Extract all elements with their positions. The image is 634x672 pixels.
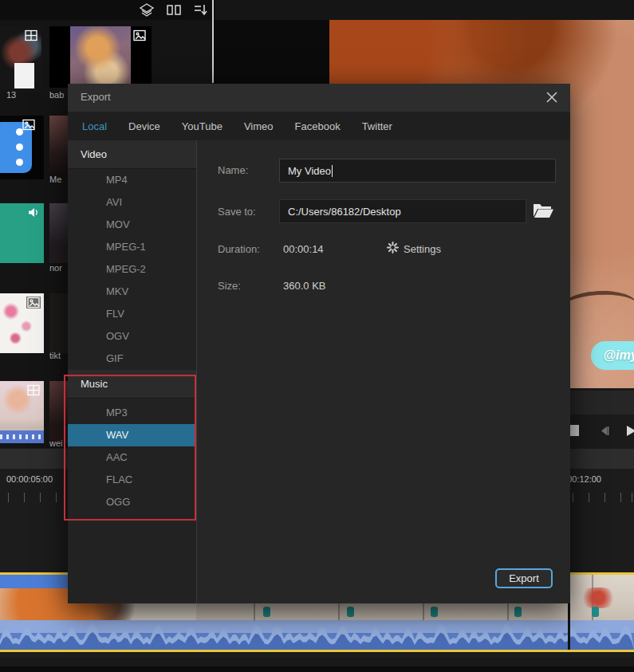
format-mov[interactable]: MOV (68, 214, 196, 236)
media-label: 13 (6, 90, 16, 100)
export-settings-panel: Name: My Video Save to: C:/Users/86182/D… (197, 140, 570, 603)
dialog-tab-bar: Local Device YouTube Vimeo Facebook Twit… (68, 112, 570, 140)
dialog-title: Export (81, 91, 111, 103)
media-thumbnail-flowers[interactable] (0, 293, 44, 353)
speaker-icon (26, 206, 41, 218)
media-label: wei (49, 438, 63, 448)
media-thumbnail-partial[interactable] (49, 293, 68, 353)
export-dialog: Export Local Device YouTube Vimeo Facebo… (68, 84, 570, 603)
media-thumbnail-partial[interactable] (49, 116, 68, 177)
top-toolbar (0, 0, 634, 20)
tab-facebook[interactable]: Facebook (295, 120, 341, 132)
split-view-icon[interactable] (166, 2, 182, 18)
format-aac[interactable]: AAC (68, 446, 196, 469)
format-ogv[interactable]: OGV (68, 325, 196, 348)
format-gif[interactable]: GIF (68, 348, 196, 370)
media-thumbnail-video-13[interactable] (0, 26, 41, 92)
media-thumbnail-pool[interactable] (0, 381, 44, 443)
format-avi[interactable]: AVI (68, 191, 196, 214)
format-mkv[interactable]: MKV (68, 281, 196, 303)
thumbnail-detail (14, 63, 34, 88)
media-thumbnail-baby[interactable] (49, 26, 152, 88)
gear-icon[interactable] (387, 242, 399, 253)
thumbnail-image (70, 26, 131, 88)
image-badge-icon (22, 119, 36, 131)
name-input[interactable]: My Video (279, 159, 556, 183)
play-icon[interactable] (625, 425, 634, 437)
music-section-header: Music (68, 370, 196, 399)
format-mpeg-1[interactable]: MPEG-1 (68, 236, 196, 258)
format-wav[interactable]: WAV (68, 424, 196, 446)
tab-device[interactable]: Device (128, 120, 160, 132)
media-thumbnail-partial[interactable] (49, 381, 68, 443)
sort-icon[interactable] (192, 2, 208, 18)
step-back-icon[interactable] (598, 425, 611, 437)
media-thumbnail-reel[interactable] (0, 116, 44, 179)
tab-youtube[interactable]: YouTube (182, 120, 222, 132)
settings-link[interactable]: Settings (404, 243, 441, 255)
save-to-input[interactable]: C:/Users/86182/Desktop (279, 199, 526, 223)
export-button[interactable]: Export (495, 568, 553, 588)
tab-twitter[interactable]: Twitter (362, 120, 392, 132)
media-label: nor (49, 263, 62, 273)
format-mp4[interactable]: MP4 (68, 169, 196, 191)
close-icon[interactable] (545, 90, 559, 104)
text-caret (332, 165, 333, 177)
dialog-title-bar: Export (68, 84, 570, 112)
media-thumbnail-partial[interactable] (49, 203, 68, 263)
format-flv[interactable]: FLV (68, 303, 196, 325)
format-ogg[interactable]: OGG (68, 491, 196, 513)
audio-waveform (0, 620, 634, 650)
media-label: Me (49, 175, 61, 184)
media-thumbnail-audio[interactable] (0, 203, 44, 263)
timeline-bottom-strip (0, 666, 634, 672)
format-flac[interactable]: FLAC (68, 469, 196, 491)
name-value: My Video (288, 165, 331, 177)
format-mpeg-2[interactable]: MPEG-2 (68, 258, 196, 281)
film-grid-badge-icon (26, 384, 41, 396)
clip-thumb-detail (581, 588, 616, 608)
browse-folder-button[interactable] (532, 201, 554, 221)
save-to-value: C:/Users/86182/Desktop (288, 206, 401, 218)
timeline-timestamp-left: 00:00:05:00 (6, 474, 53, 484)
save-to-label: Save to: (218, 206, 256, 218)
tab-vimeo[interactable]: Vimeo (244, 120, 274, 132)
app-root: 13 bab Me nor (0, 0, 634, 672)
media-label: tikt (49, 351, 61, 360)
image-badge-icon (26, 297, 41, 308)
thumbnail-detail (0, 430, 44, 443)
duration-label: Duration: (218, 243, 260, 255)
tab-local[interactable]: Local (82, 120, 107, 132)
size-label: Size: (218, 280, 241, 292)
watermark-badge: @imy (591, 341, 634, 370)
size-value: 360.0 KB (283, 280, 326, 292)
image-badge-icon (132, 29, 147, 41)
format-sidebar: Video MP4 AVI MOV MPEG-1 MPEG-2 MKV FLV … (68, 140, 197, 603)
video-section-header: Video (68, 140, 196, 169)
panel-gap (214, 20, 329, 84)
layers-icon[interactable] (139, 2, 155, 18)
name-label: Name: (218, 164, 248, 176)
duration-value: 00:00:14 (283, 243, 324, 255)
film-grid-badge-icon (24, 29, 38, 41)
format-mp3[interactable]: MP3 (68, 402, 196, 424)
timeline-track-empty (0, 657, 634, 666)
toolbar-right-section (215, 0, 634, 20)
media-label: bab (49, 90, 64, 100)
